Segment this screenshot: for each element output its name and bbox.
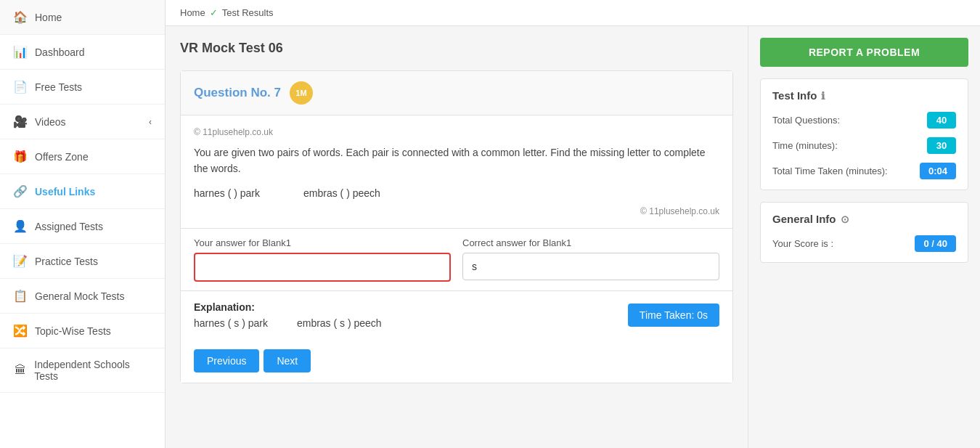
general-mock-icon: 📋 bbox=[13, 289, 28, 303]
sidebar-item-dashboard[interactable]: 📊 Dashboard bbox=[0, 35, 165, 70]
topic-wise-icon: 🔀 bbox=[13, 324, 28, 338]
dashboard-icon: 📊 bbox=[13, 45, 28, 59]
chevron-icon: ‹ bbox=[149, 117, 152, 127]
general-info-icon: ⊙ bbox=[841, 213, 849, 225]
home-icon: 🏠 bbox=[13, 10, 28, 24]
useful-links-icon: 🔗 bbox=[13, 184, 28, 198]
word-pair-2: embras ( ) peech bbox=[303, 187, 380, 199]
score-row: Your Score is : 0 / 40 bbox=[772, 235, 956, 252]
practice-tests-icon: 📝 bbox=[13, 254, 28, 268]
explanation-title: Explanation: bbox=[194, 301, 382, 313]
time-value: 30 bbox=[927, 137, 956, 154]
breadcrumb-home[interactable]: Home bbox=[180, 7, 205, 18]
sidebar-item-general-mock-tests[interactable]: 📋 General Mock Tests bbox=[0, 279, 165, 314]
question-copyright: © 11plusehelp.co.uk bbox=[194, 127, 719, 137]
breadcrumb-check: ✓ bbox=[210, 7, 218, 18]
answer-section: Your answer for Blank1 Correct answer fo… bbox=[181, 228, 732, 290]
test-section: VR Mock Test 06 Question No. 7 1M © 11pl… bbox=[166, 26, 748, 448]
your-answer-label: Your answer for Blank1 bbox=[194, 237, 451, 248]
sidebar-item-free-tests[interactable]: 📄 Free Tests bbox=[0, 70, 165, 105]
test-info-title: Test Info ℹ bbox=[772, 89, 956, 102]
correct-answer-label: Correct answer for Blank1 bbox=[462, 237, 719, 248]
main-content: Home ✓ Test Results VR Mock Test 06 Ques… bbox=[166, 0, 980, 448]
sidebar-item-useful-links[interactable]: 🔗 Useful Links bbox=[0, 174, 165, 209]
word-pairs: harnes ( ) park embras ( ) peech bbox=[194, 187, 719, 199]
time-label: Time (minutes): bbox=[772, 140, 838, 151]
time-taken-value: 0:04 bbox=[920, 163, 956, 179]
correct-answer-group: Correct answer for Blank1 bbox=[462, 237, 719, 282]
explanation-word-2: embras ( s ) peech bbox=[297, 317, 382, 329]
question-title: Question No. 7 bbox=[194, 86, 281, 100]
explanation-words: harnes ( s ) park embras ( s ) peech bbox=[194, 317, 382, 329]
previous-button[interactable]: Previous bbox=[194, 349, 259, 372]
score-label: Your Score is : bbox=[772, 238, 833, 249]
general-info-title: General Info ⊙ bbox=[772, 213, 956, 225]
question-card: Question No. 7 1M © 11plusehelp.co.uk Yo… bbox=[180, 70, 733, 383]
offers-icon: 🎁 bbox=[13, 150, 28, 163]
sidebar: 🏠 Home 📊 Dashboard 📄 Free Tests 🎥 Videos… bbox=[0, 0, 166, 448]
time-row: Time (minutes): 30 bbox=[772, 137, 956, 154]
sidebar-item-videos[interactable]: 🎥 Videos ‹ bbox=[0, 105, 165, 139]
time-taken-row: Total Time Taken (minutes): 0:04 bbox=[772, 163, 956, 179]
sidebar-item-independent-schools[interactable]: 🏛 Independent Schools Tests bbox=[0, 349, 165, 393]
sidebar-item-topic-wise-tests[interactable]: 🔀 Topic-Wise Tests bbox=[0, 314, 165, 349]
question-header: Question No. 7 1M bbox=[181, 71, 732, 115]
question-badge: 1M bbox=[290, 81, 313, 105]
total-questions-label: Total Questions: bbox=[772, 115, 840, 126]
content-area: VR Mock Test 06 Question No. 7 1M © 11pl… bbox=[166, 26, 980, 448]
question-text: You are given two pairs of words. Each p… bbox=[194, 144, 719, 177]
free-tests-icon: 📄 bbox=[13, 80, 28, 94]
assigned-tests-icon: 👤 bbox=[13, 219, 28, 233]
next-button[interactable]: Next bbox=[264, 349, 311, 372]
right-panel: REPORT A PROBLEM Test Info ℹ Total Quest… bbox=[748, 26, 980, 448]
explanation-content: Explanation: harnes ( s ) park embras ( … bbox=[194, 301, 382, 329]
nav-buttons: Previous Next bbox=[181, 339, 732, 383]
total-questions-value: 40 bbox=[927, 112, 956, 129]
breadcrumb-current: Test Results bbox=[222, 7, 274, 18]
explanation-word-1: harnes ( s ) park bbox=[194, 317, 268, 329]
correct-answer-input bbox=[462, 253, 719, 280]
info-icon: ℹ bbox=[821, 90, 825, 102]
sidebar-item-offers-zone[interactable]: 🎁 Offers Zone bbox=[0, 139, 165, 174]
sidebar-item-assigned-tests[interactable]: 👤 Assigned Tests bbox=[0, 209, 165, 244]
breadcrumb: Home ✓ Test Results bbox=[166, 0, 980, 26]
word-pair-1: harnes ( ) park bbox=[194, 187, 260, 199]
question-body: © 11plusehelp.co.uk You are given two pa… bbox=[181, 115, 732, 228]
sidebar-item-home[interactable]: 🏠 Home bbox=[0, 0, 165, 35]
time-taken-label: Total Time Taken (minutes): bbox=[772, 166, 888, 176]
time-taken-badge: Time Taken: 0s bbox=[628, 304, 719, 327]
explanation-section: Explanation: harnes ( s ) park embras ( … bbox=[181, 290, 732, 339]
copyright-bottom: © 11plusehelp.co.uk bbox=[194, 206, 719, 216]
total-questions-row: Total Questions: 40 bbox=[772, 112, 956, 129]
your-answer-input[interactable] bbox=[194, 253, 451, 282]
independent-schools-icon: 🏛 bbox=[13, 364, 27, 377]
videos-icon: 🎥 bbox=[13, 115, 28, 129]
test-info-card: Test Info ℹ Total Questions: 40 Time (mi… bbox=[760, 78, 968, 190]
score-value: 0 / 40 bbox=[915, 235, 956, 252]
general-info-card: General Info ⊙ Your Score is : 0 / 40 bbox=[760, 202, 968, 263]
report-problem-button[interactable]: REPORT A PROBLEM bbox=[760, 38, 968, 67]
test-title: VR Mock Test 06 bbox=[180, 41, 733, 56]
your-answer-group: Your answer for Blank1 bbox=[194, 237, 451, 282]
sidebar-item-practice-tests[interactable]: 📝 Practice Tests bbox=[0, 244, 165, 279]
